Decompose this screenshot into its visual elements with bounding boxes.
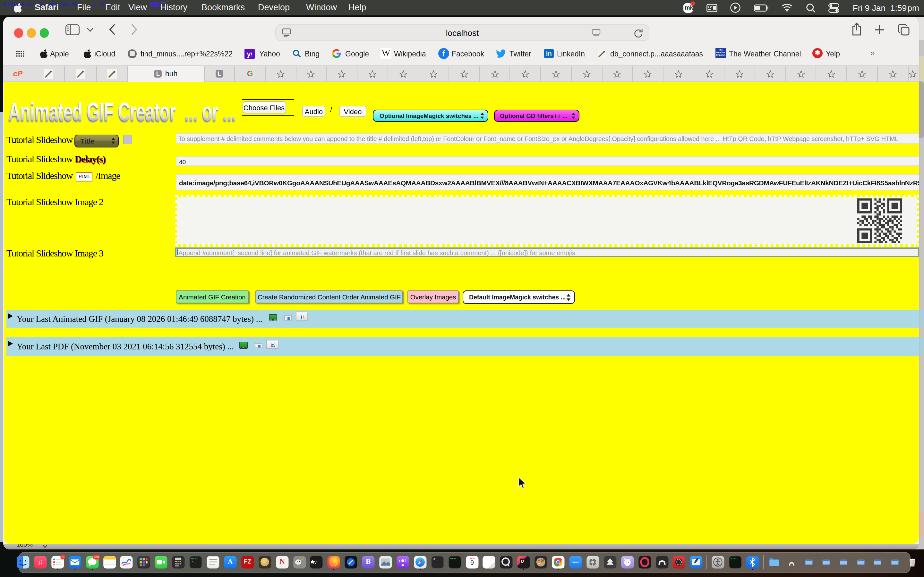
svg-text:tv: tv	[313, 560, 317, 565]
